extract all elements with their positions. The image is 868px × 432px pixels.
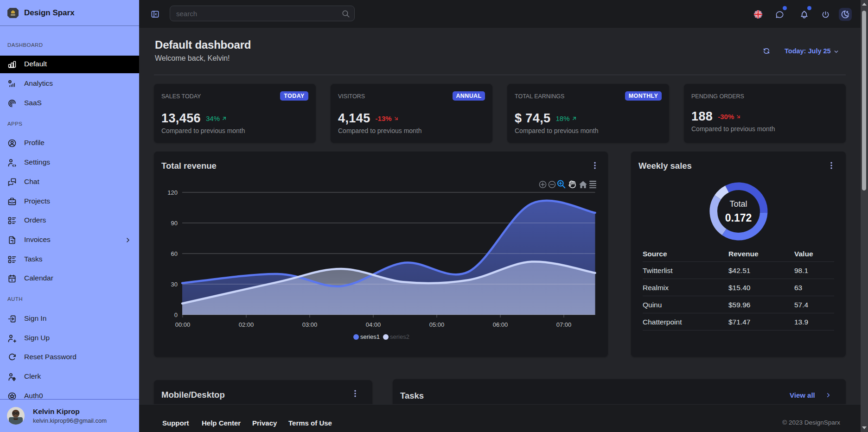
svg-text:0: 0	[174, 311, 178, 318]
svg-text:60: 60	[171, 250, 178, 257]
svg-text:90: 90	[171, 220, 178, 227]
svg-text:120: 120	[167, 189, 178, 196]
svg-text:04:00: 04:00	[366, 321, 381, 328]
svg-text:30: 30	[171, 281, 178, 288]
svg-text:06:00: 06:00	[493, 321, 508, 328]
svg-text:02:00: 02:00	[239, 321, 254, 328]
svg-text:series2: series2	[390, 333, 409, 340]
svg-text:series1: series1	[360, 333, 380, 340]
svg-text:03:00: 03:00	[302, 321, 318, 328]
svg-text:00:00: 00:00	[175, 321, 191, 328]
svg-text:07:00: 07:00	[556, 321, 572, 328]
svg-text:05:00: 05:00	[429, 321, 445, 328]
